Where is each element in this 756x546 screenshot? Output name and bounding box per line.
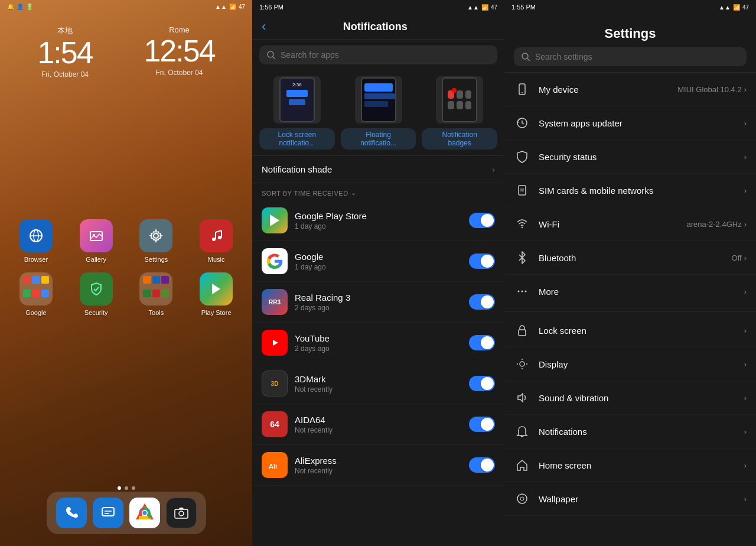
- notif-status-bar: 1:56 PM ▲▲ 📶 47: [252, 0, 504, 14]
- notif-shade-row[interactable]: Notification shade ›: [252, 155, 504, 183]
- updater-chevron: ›: [744, 119, 747, 128]
- settings-item-home[interactable]: Home screen ›: [504, 448, 756, 482]
- google-notif-icon: [262, 248, 288, 274]
- option-floating[interactable]: Floatingnotificatio...: [341, 76, 416, 150]
- svg-line-29: [527, 58, 530, 61]
- svg-marker-11: [212, 284, 220, 294]
- settings-item-device[interactable]: My device MIUI Global 10.4.2 ›: [504, 73, 756, 106]
- display-content: Display: [539, 359, 736, 369]
- more-label: More: [539, 287, 736, 297]
- notif-item-aida64[interactable]: 64 AIDA64 Not recently: [252, 404, 504, 445]
- music-icon: [200, 219, 233, 252]
- option-lock-screen[interactable]: 2:36 Lock screennotificatio...: [259, 76, 335, 150]
- google-time: 1 day ago: [295, 263, 462, 271]
- settings-divider: [504, 311, 756, 311]
- dock-phone[interactable]: [56, 498, 87, 528]
- home-settings-icon: [514, 457, 530, 473]
- app-settings[interactable]: Settings: [126, 214, 187, 268]
- notif-item-youtube[interactable]: YouTube 2 days ago: [252, 323, 504, 363]
- racing-time: 2 days ago: [295, 304, 462, 312]
- floating-img: [355, 76, 402, 124]
- settings-icon: [139, 219, 172, 252]
- 3dmark-toggle[interactable]: [469, 376, 495, 391]
- app-security[interactable]: Security: [66, 268, 126, 321]
- settings-wifi: 📶: [733, 4, 740, 11]
- back-button[interactable]: ‹: [262, 19, 266, 34]
- aliexpress-toggle[interactable]: [469, 457, 495, 473]
- settings-search-icon: [521, 52, 530, 61]
- dot-1: [118, 486, 121, 490]
- app-google-folder[interactable]: Google: [6, 268, 66, 321]
- device-label: My device: [539, 84, 669, 95]
- google-info: Google 1 day ago: [295, 252, 462, 271]
- dock-chrome[interactable]: [129, 498, 160, 528]
- sim-icon: [514, 182, 530, 199]
- settings-header: Settings: [504, 14, 756, 73]
- lock-right: ›: [744, 326, 747, 335]
- racing-name: Real Racing 3: [295, 292, 462, 303]
- dock-messages[interactable]: [93, 498, 123, 528]
- settings-item-security[interactable]: Security status ›: [504, 140, 756, 174]
- notifications-settings-content: Notifications: [539, 427, 736, 437]
- settings-signal: ▲▲: [719, 4, 731, 11]
- app-music[interactable]: Music: [186, 214, 246, 268]
- settings-item-updater[interactable]: System apps updater ›: [504, 106, 756, 140]
- sound-label: Sound & vibration: [539, 393, 736, 403]
- tools-folder-icon: [139, 272, 172, 306]
- settings-item-bluetooth[interactable]: Bluetooth Off ›: [504, 241, 756, 275]
- home-right: ›: [744, 461, 747, 470]
- svg-point-41: [520, 362, 524, 366]
- notif-item-aliexpress[interactable]: Ali AliExpress Not recently: [252, 445, 504, 486]
- settings-item-sound[interactable]: Sound & vibration ›: [504, 381, 756, 415]
- google-folder-icon: [19, 272, 53, 306]
- notif-status-time: 1:56 PM: [259, 4, 284, 11]
- browser-icon: [19, 219, 53, 252]
- wallpaper-right: ›: [744, 495, 747, 503]
- settings-item-wallpaper[interactable]: Wallpaper ›: [504, 482, 756, 516]
- app-playstore[interactable]: Play Store: [186, 268, 246, 321]
- settings-item-notifications[interactable]: Notifications ›: [504, 415, 756, 448]
- bluetooth-chevron: ›: [744, 254, 747, 262]
- app-browser[interactable]: Browser: [6, 214, 66, 268]
- settings-item-wifi[interactable]: Wi-Fi arena-2-2.4GHz ›: [504, 207, 756, 241]
- app-gallery[interactable]: Gallery: [66, 214, 126, 268]
- app-tools[interactable]: Tools: [126, 268, 187, 321]
- wallpaper-icon: [514, 490, 530, 507]
- youtube-toggle[interactable]: [469, 335, 495, 350]
- settings-item-lock[interactable]: Lock screen ›: [504, 314, 756, 347]
- dock-camera[interactable]: [166, 498, 197, 528]
- tools-label: Tools: [149, 309, 164, 316]
- option-floating-label: Floatingnotificatio...: [341, 128, 416, 150]
- notif-item-playstore[interactable]: Google Play Store 1 day ago: [252, 200, 504, 241]
- option-badges[interactable]: Notificationbadges: [422, 76, 497, 150]
- racing-toggle[interactable]: [469, 294, 495, 310]
- settings-battery: 47: [742, 4, 749, 11]
- settings-item-display[interactable]: Display ›: [504, 347, 756, 381]
- settings-item-sim[interactable]: SIM cards & mobile networks ›: [504, 174, 756, 207]
- notif-item-google[interactable]: Google 1 day ago: [252, 241, 504, 282]
- aliexpress-info: AliExpress Not recently: [295, 456, 462, 475]
- settings-item-more[interactable]: More ›: [504, 275, 756, 308]
- device-icon: [514, 81, 530, 98]
- notif-search-input[interactable]: [281, 50, 490, 60]
- sound-chevron: ›: [744, 394, 747, 402]
- notifications-chevron: ›: [744, 427, 747, 436]
- display-icon: [514, 356, 530, 372]
- svg-text:Ali: Ali: [269, 463, 277, 470]
- notif-item-racing[interactable]: RR3 Real Racing 3 2 days ago: [252, 282, 504, 323]
- sort-row[interactable]: SORT BY TIME RECEIVED ⌄: [252, 183, 504, 200]
- notif-header: ‹ Notifications: [252, 14, 504, 40]
- aida64-toggle[interactable]: [469, 417, 495, 432]
- device-right: MIUI Global 10.4.2 ›: [677, 85, 747, 94]
- aliexpress-time: Not recently: [295, 467, 462, 475]
- playstore-toggle[interactable]: [469, 213, 495, 228]
- google-toggle[interactable]: [469, 254, 495, 269]
- wifi-chevron: ›: [744, 220, 747, 229]
- notif-item-3dmark[interactable]: 3D 3DMark Not recently: [252, 363, 504, 404]
- settings-search-input[interactable]: [535, 52, 739, 61]
- more-right: ›: [744, 287, 747, 296]
- app-grid-row1: Browser Gallery Settings Music: [0, 203, 252, 327]
- notifications-settings-label: Notifications: [539, 427, 736, 437]
- youtube-name: YouTube: [295, 333, 462, 343]
- svg-point-47: [517, 494, 527, 503]
